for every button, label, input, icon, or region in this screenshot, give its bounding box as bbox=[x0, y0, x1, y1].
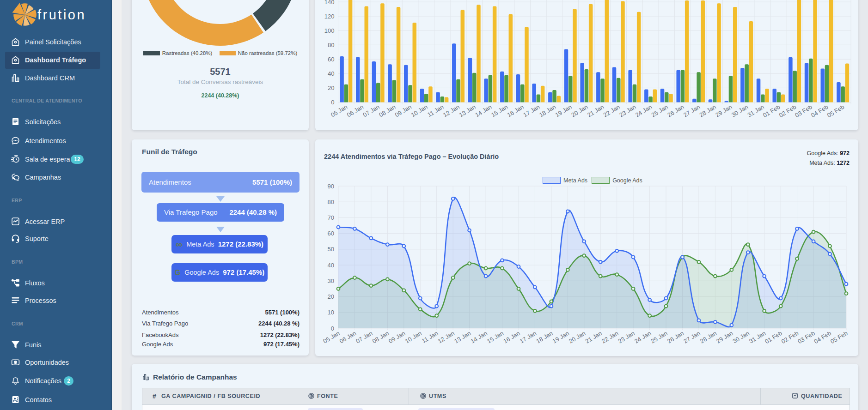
svg-text:18 Jan: 18 Jan bbox=[535, 330, 554, 345]
svg-text:17 Jan: 17 Jan bbox=[522, 103, 541, 119]
svg-text:12 Jan: 12 Jan bbox=[442, 103, 461, 119]
svg-text:22 Jan: 22 Jan bbox=[602, 103, 621, 119]
svg-text:0: 0 bbox=[331, 325, 334, 332]
svg-text:22 Jan: 22 Jan bbox=[600, 330, 619, 345]
svg-text:15 Jan: 15 Jan bbox=[486, 330, 505, 345]
svg-text:14 Jan: 14 Jan bbox=[474, 103, 493, 119]
svg-text:30 Jan: 30 Jan bbox=[732, 330, 751, 345]
svg-text:09 Jan: 09 Jan bbox=[394, 103, 413, 119]
svg-text:02 Feb: 02 Feb bbox=[778, 103, 797, 119]
svg-text:28 Jan: 28 Jan bbox=[698, 103, 717, 119]
svg-text:18 Jan: 18 Jan bbox=[538, 103, 557, 119]
svg-text:15 Jan: 15 Jan bbox=[490, 103, 509, 119]
svg-text:28 Jan: 28 Jan bbox=[699, 330, 718, 345]
svg-text:24 Jan: 24 Jan bbox=[633, 330, 652, 345]
svg-text:14 Jan: 14 Jan bbox=[469, 330, 488, 345]
svg-text:140: 140 bbox=[324, 0, 335, 6]
svg-text:10 Jan: 10 Jan bbox=[404, 330, 423, 345]
svg-text:40: 40 bbox=[328, 70, 334, 77]
svg-text:05 Feb: 05 Feb bbox=[829, 330, 849, 345]
svg-text:23 Jan: 23 Jan bbox=[617, 330, 636, 345]
svg-text:19 Jan: 19 Jan bbox=[551, 330, 570, 345]
svg-text:0: 0 bbox=[331, 99, 334, 106]
svg-text:60: 60 bbox=[328, 230, 334, 237]
svg-text:60: 60 bbox=[328, 56, 334, 63]
svg-text:10: 10 bbox=[328, 309, 334, 316]
svg-text:11 Jan: 11 Jan bbox=[426, 103, 445, 118]
svg-text:01 Feb: 01 Feb bbox=[764, 330, 783, 345]
svg-text:06 Jan: 06 Jan bbox=[346, 103, 365, 119]
svg-text:17 Jan: 17 Jan bbox=[519, 330, 538, 345]
svg-text:08 Jan: 08 Jan bbox=[378, 103, 397, 119]
svg-text:03 Feb: 03 Feb bbox=[796, 330, 816, 345]
svg-text:27 Jan: 27 Jan bbox=[682, 103, 701, 119]
svg-text:16 Jan: 16 Jan bbox=[506, 103, 525, 119]
svg-text:40: 40 bbox=[328, 262, 334, 269]
svg-text:04 Feb: 04 Feb bbox=[810, 103, 829, 119]
svg-text:13 Jan: 13 Jan bbox=[453, 330, 472, 345]
svg-text:30: 30 bbox=[328, 277, 334, 284]
svg-text:21 Jan: 21 Jan bbox=[584, 330, 603, 345]
svg-text:120: 120 bbox=[324, 13, 335, 20]
svg-text:100: 100 bbox=[324, 27, 335, 34]
svg-text:20 Jan: 20 Jan bbox=[568, 330, 587, 345]
svg-text:04 Feb: 04 Feb bbox=[813, 330, 832, 345]
svg-text:06 Jan: 06 Jan bbox=[338, 330, 357, 345]
svg-text:70: 70 bbox=[328, 214, 334, 221]
svg-text:07 Jan: 07 Jan bbox=[355, 330, 373, 345]
svg-text:03 Feb: 03 Feb bbox=[794, 103, 813, 119]
svg-text:13 Jan: 13 Jan bbox=[458, 103, 477, 119]
svg-text:08 Jan: 08 Jan bbox=[371, 330, 390, 345]
svg-text:26 Jan: 26 Jan bbox=[666, 103, 685, 119]
svg-text:20 Jan: 20 Jan bbox=[570, 103, 589, 119]
svg-text:05 Jan: 05 Jan bbox=[322, 330, 341, 345]
svg-text:25 Jan: 25 Jan bbox=[650, 103, 669, 119]
svg-text:12 Jan: 12 Jan bbox=[437, 330, 456, 345]
svg-text:20: 20 bbox=[328, 293, 334, 300]
svg-text:09 Jan: 09 Jan bbox=[387, 330, 406, 345]
svg-text:23 Jan: 23 Jan bbox=[618, 103, 637, 119]
svg-text:21 Jan: 21 Jan bbox=[586, 103, 605, 119]
svg-text:11 Jan: 11 Jan bbox=[421, 330, 439, 344]
svg-text:31 Jan: 31 Jan bbox=[748, 330, 767, 345]
svg-text:27 Jan: 27 Jan bbox=[682, 330, 701, 345]
svg-text:80: 80 bbox=[328, 199, 334, 205]
svg-text:50: 50 bbox=[328, 246, 334, 253]
svg-text:30 Jan: 30 Jan bbox=[730, 103, 749, 119]
svg-text:25 Jan: 25 Jan bbox=[649, 330, 668, 345]
svg-text:20: 20 bbox=[328, 84, 334, 91]
svg-text:31 Jan: 31 Jan bbox=[746, 103, 765, 119]
svg-text:10 Jan: 10 Jan bbox=[410, 103, 429, 119]
svg-text:02 Feb: 02 Feb bbox=[780, 330, 800, 345]
svg-text:29 Jan: 29 Jan bbox=[715, 330, 734, 345]
svg-text:90: 90 bbox=[328, 183, 334, 190]
svg-text:19 Jan: 19 Jan bbox=[554, 103, 573, 119]
svg-text:80: 80 bbox=[328, 42, 334, 48]
svg-text:26 Jan: 26 Jan bbox=[666, 330, 685, 345]
svg-text:01 Feb: 01 Feb bbox=[762, 103, 781, 119]
svg-text:07 Jan: 07 Jan bbox=[362, 103, 381, 119]
svg-text:05 Feb: 05 Feb bbox=[826, 103, 845, 119]
svg-text:29 Jan: 29 Jan bbox=[714, 103, 733, 119]
svg-text:24 Jan: 24 Jan bbox=[634, 103, 653, 119]
svg-text:16 Jan: 16 Jan bbox=[502, 330, 521, 345]
